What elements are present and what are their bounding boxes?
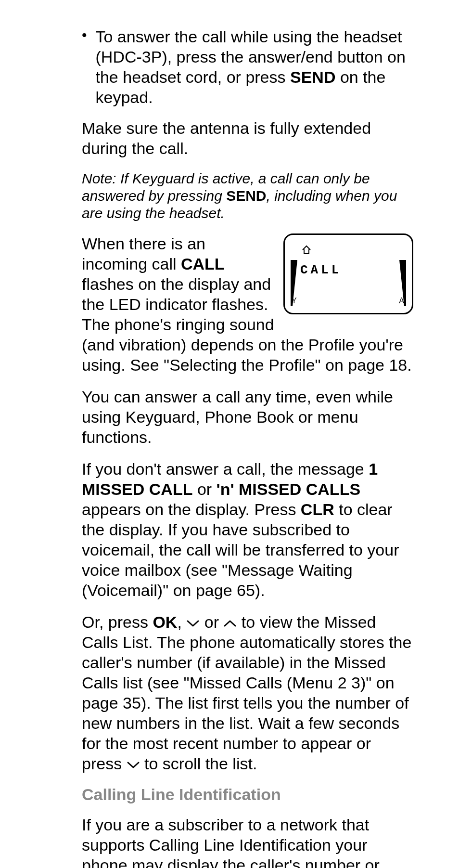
screen-left-label: Y [292,291,297,311]
key-label: OK [153,613,177,631]
key-label: SEND [226,188,266,204]
down-arrow-icon [186,613,200,631]
manual-page: • To answer the call while using the hea… [0,0,459,868]
text: Or, press [82,613,153,631]
paragraph-or-press: Or, press OK, or to view the Missed Call… [82,612,413,774]
key-label: SEND [290,68,335,86]
key-label: CLR [301,500,334,518]
text: or [200,613,223,631]
text: to scroll the list. [140,754,257,773]
paragraph-incoming: CALL Y A When there is an incoming call … [82,233,413,375]
note-keyguard: Note: If Keyguard is active, a call can … [82,170,413,222]
up-arrow-icon [223,613,237,631]
text: to view the Missed Calls List. The phone… [82,613,411,773]
key-label: CALL [181,255,225,273]
paragraph-cli: If you are a subscriber to a network tha… [82,815,413,868]
phone-screen-illustration: CALL Y A [283,233,413,314]
text: or [192,480,216,498]
key-label: 'n' MISSED CALLS [217,480,361,498]
bullet-item: • To answer the call while using the hea… [82,26,413,107]
section-heading-cli: Calling Line Identification [82,785,413,804]
text: , [177,613,186,631]
bullet-marker: • [82,26,87,44]
screen-right-label: A [399,291,404,311]
text: If you don't answer a call, the message [82,460,369,478]
paragraph-missed: If you don't answer a call, the message … [82,459,413,600]
down-arrow-icon [127,754,140,773]
bullet-text: To answer the call while using the heads… [96,26,413,107]
home-icon [301,239,312,259]
screen-call-text: CALL [300,260,399,280]
paragraph-anytime: You can answer a call any time, even whi… [82,387,413,447]
text: appears on the display. Press [82,500,301,518]
paragraph-antenna: Make sure the antenna is fully extended … [82,118,413,158]
